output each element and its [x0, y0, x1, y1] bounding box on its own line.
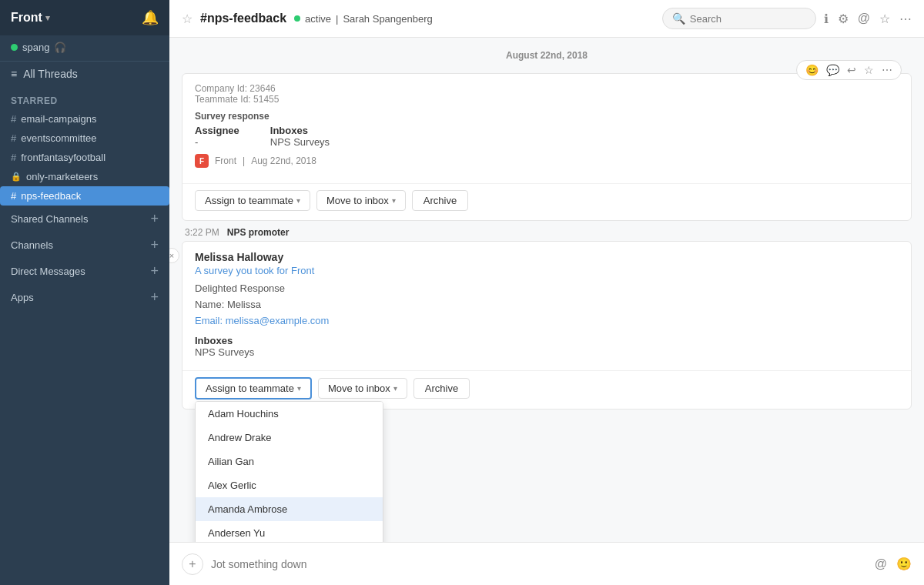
topbar-action-icons: ℹ ⚙ @ ☆ ⋯ — [824, 12, 912, 26]
apps-label[interactable]: Apps — [11, 292, 34, 303]
star-icon-topbar[interactable]: ☆ — [879, 12, 890, 26]
app-name[interactable]: Front ▾ — [11, 11, 50, 25]
nps-time: 3:22 PM NPS promoter — [182, 227, 912, 238]
add-shared-channel-button[interactable]: + — [150, 212, 159, 226]
star-hover-icon[interactable]: ☆ — [862, 64, 876, 76]
assign-chevron-icon: ▾ — [296, 196, 300, 205]
sidebar: Front ▾ 🔔 spang 🎧 ≡ All Threads Starred … — [0, 0, 169, 585]
info-icon[interactable]: ℹ — [824, 12, 829, 26]
topbar: ☆ #nps-feedback active | Sarah Spangenbe… — [169, 0, 924, 38]
channels-label[interactable]: Channels — [11, 239, 53, 251]
add-app-button[interactable]: + — [150, 290, 159, 304]
sidebar-item-only-marketeers[interactable]: 🔒 only-marketeers — [0, 167, 169, 186]
inboxes-value-2: NPS Surveys — [195, 346, 254, 358]
nps-subject[interactable]: A survey you took for Front — [182, 265, 911, 281]
add-channel-button[interactable]: + — [150, 238, 159, 252]
from-date-value: Aug 22nd, 2018 — [251, 155, 316, 166]
shared-channels-row: Shared Channels + — [0, 206, 169, 232]
assign-btn-wrapper: Assign to teammate ▾ Adam Houchins Andre… — [195, 377, 312, 399]
first-message-actions: Assign to teammate ▾ Move to inbox ▾ Arc… — [182, 183, 911, 220]
assignee-field: Assignee - — [195, 125, 239, 148]
dropdown-item-andrew-drake[interactable]: Andrew Drake — [196, 426, 383, 450]
gear-icon[interactable]: ⚙ — [838, 12, 849, 26]
more-hover-icon[interactable]: ⋯ — [879, 64, 895, 76]
move-to-inbox-button-1[interactable]: Move to inbox ▾ — [316, 190, 406, 211]
assign-to-teammate-button-1[interactable]: Assign to teammate ▾ — [195, 190, 310, 211]
direct-messages-row: Direct Messages + — [0, 258, 169, 284]
archive-button-1[interactable]: Archive — [412, 190, 468, 211]
sidebar-item-nps-feedback[interactable]: # nps-feedback — [0, 186, 169, 206]
status-text: active — [305, 13, 331, 25]
user-status-dot — [11, 44, 18, 51]
compose-add-button[interactable]: + — [182, 553, 203, 575]
second-message-field-inboxes: Inboxes NPS Surveys — [195, 335, 899, 358]
channel-name-label: nps-feedback — [21, 190, 81, 202]
status-dot — [294, 15, 300, 22]
archive-button-2[interactable]: Archive — [413, 378, 470, 399]
add-dm-button[interactable]: + — [150, 264, 159, 278]
inboxes-field-2: Inboxes NPS Surveys — [195, 335, 254, 358]
hash-icon: # — [11, 152, 16, 163]
assign-to-teammate-button-2[interactable]: Assign to teammate ▾ — [195, 377, 312, 399]
hash-icon: # — [11, 190, 16, 202]
sidebar-item-eventscommittee[interactable]: # eventscommittee — [0, 129, 169, 148]
move-chevron-icon-2: ▾ — [393, 384, 397, 393]
dropdown-item-adam-houchins[interactable]: Adam Houchins — [196, 402, 383, 426]
move-label: Move to inbox — [326, 195, 389, 206]
all-threads-icon: ≡ — [11, 68, 17, 80]
first-message-body: Survey response Assignee - Inboxes NPS S… — [182, 105, 911, 183]
emoji-icon-compose[interactable]: 🙂 — [896, 557, 912, 571]
react-icon[interactable]: 😊 — [803, 64, 821, 76]
body-line-1: Delighted Response — [195, 281, 899, 297]
assignee-value: - — [195, 136, 239, 148]
channel-title: #nps-feedback — [200, 12, 286, 25]
bell-icon[interactable]: 🔔 — [142, 9, 159, 26]
hash-icon: # — [11, 113, 16, 125]
app-name-label: Front — [11, 11, 42, 25]
teammate-id-label: Teammate Id: 51455 — [195, 94, 279, 105]
main-panel: ☆ #nps-feedback active | Sarah Spangenbe… — [169, 0, 924, 585]
compose-input[interactable] — [211, 558, 867, 570]
channel-name-label: email-campaigns — [21, 113, 96, 125]
from-label: Front — [215, 155, 236, 166]
assigned-user: Sarah Spangenberg — [343, 13, 432, 25]
shared-channels-label[interactable]: Shared Channels — [11, 213, 88, 225]
nps-content: × Melissa Halloway A survey you took for… — [182, 241, 912, 410]
sidebar-item-all-threads[interactable]: ≡ All Threads — [0, 62, 169, 86]
star-icon[interactable]: ☆ — [182, 12, 192, 26]
comment-icon[interactable]: 💬 — [824, 64, 842, 76]
channel-name-label: only-marketeers — [26, 171, 98, 182]
search-bar[interactable]: 🔍 — [662, 8, 816, 29]
close-button[interactable]: × — [169, 248, 179, 263]
second-message-fields: Inboxes NPS Surveys — [182, 335, 911, 370]
dropdown-item-ailian-gan[interactable]: Ailian Gan — [196, 450, 383, 473]
assignee-label: Assignee — [195, 125, 239, 136]
sidebar-item-frontfantasyfootball[interactable]: # frontfantasyfootball — [0, 148, 169, 167]
hash-icon: # — [11, 132, 16, 144]
search-icon: 🔍 — [672, 12, 685, 25]
at-icon[interactable]: @ — [858, 12, 870, 25]
more-icon[interactable]: ⋯ — [899, 12, 912, 26]
assign-dropdown[interactable]: Adam Houchins Andrew Drake Ailian Gan Al… — [195, 401, 383, 542]
move-to-inbox-button-2[interactable]: Move to inbox ▾ — [318, 378, 407, 399]
inboxes-label-2: Inboxes — [195, 335, 254, 346]
body-line-3: Email: melissa@example.com — [195, 313, 899, 329]
dropdown-item-amanda-ambrose[interactable]: Amanda Ambrose — [196, 497, 383, 521]
search-input[interactable] — [690, 13, 798, 25]
assign-label: Assign to teammate — [205, 195, 293, 206]
dropdown-item-alex-gerlic[interactable]: Alex Gerlic — [196, 473, 383, 497]
body-line-2: Name: Melissa — [195, 297, 899, 313]
sidebar-user: spang 🎧 — [0, 35, 169, 62]
sidebar-item-email-campaigns[interactable]: # email-campaigns — [0, 109, 169, 129]
at-icon-compose[interactable]: @ — [875, 557, 887, 571]
lock-icon: 🔒 — [11, 172, 22, 182]
dropdown-item-andersen-yu[interactable]: Andersen Yu — [196, 521, 383, 542]
inboxes-field: Inboxes NPS Surveys — [270, 125, 330, 148]
date-label: August 22nd, 2018 — [506, 50, 588, 61]
direct-messages-label[interactable]: Direct Messages — [11, 266, 85, 277]
sidebar-header: Front ▾ 🔔 — [0, 0, 169, 35]
all-threads-label: All Threads — [23, 68, 78, 80]
user-emoji-icon: 🎧 — [54, 42, 66, 53]
from-date: | — [243, 155, 245, 166]
reply-icon[interactable]: ↩ — [845, 64, 859, 76]
